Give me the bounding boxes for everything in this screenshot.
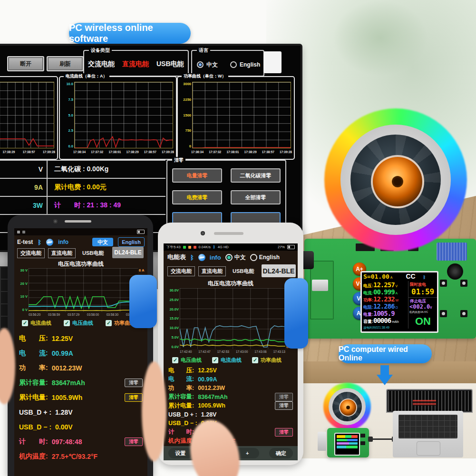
pc-tab-交流电能[interactable]: 交流电能 bbox=[88, 60, 115, 68]
checkbox-label: 电压曲线 bbox=[72, 320, 93, 327]
reset-button-全部清零[interactable]: 全部清零 bbox=[231, 190, 281, 204]
checkbox-功率曲线[interactable]: ✓功率曲线 bbox=[252, 357, 282, 364]
x-tick: 03:58:00 bbox=[87, 313, 99, 316]
pc-tab-USB电能[interactable]: USB电能 bbox=[156, 60, 184, 68]
info-link[interactable]: info bbox=[58, 239, 68, 245]
chart-title: 功率曲线（单位：W） bbox=[182, 73, 228, 79]
device-model-tab[interactable]: DL24-BLE bbox=[262, 264, 296, 277]
lcd-row-unit: A bbox=[396, 291, 398, 295]
laptop-screen bbox=[386, 389, 473, 413]
refresh-button[interactable]: 刷新 bbox=[47, 56, 84, 71]
x-axis-labels: 17:42:4017:42:4717:42:5317:43:0017:43:06… bbox=[180, 350, 285, 353]
checkbox-电压曲线[interactable]: ✓电压曲线 bbox=[64, 320, 93, 327]
internal-temp-small: 机内温度/26.5℃ bbox=[409, 311, 428, 314]
y-tick: 20 V bbox=[20, 282, 28, 286]
chinese-button[interactable]: 中文 bbox=[92, 238, 113, 246]
x-tick: 17:36:34 bbox=[73, 150, 86, 156]
info-link[interactable]: info bbox=[210, 254, 221, 261]
reset-buttons: 电量清零二氧化碳清零电费清零全部清零 bbox=[172, 168, 281, 228]
y-tick: 0.0 bbox=[68, 144, 73, 148]
reset-button-电量清零[interactable]: 电量清零 bbox=[172, 168, 222, 183]
x-tick: 17:38:01 bbox=[108, 150, 121, 156]
bluetooth-icon[interactable]: ᛒ bbox=[38, 239, 41, 246]
status-battery: 27% bbox=[278, 245, 285, 249]
nav-button-确定[interactable]: 确定 bbox=[269, 448, 293, 458]
tab-直流电能[interactable]: 直流电能 bbox=[198, 266, 226, 276]
lcd-row: 电阻:12.286Ω bbox=[362, 302, 408, 310]
lcd-row: 容量:00006mAh bbox=[362, 317, 408, 324]
reading-row: 功 率:0012.23W bbox=[168, 384, 294, 393]
plot-area bbox=[180, 288, 285, 349]
radio-chinese[interactable]: 中文 bbox=[225, 253, 246, 262]
stats-row: V二氧化碳 : 0.00Kg bbox=[0, 161, 165, 179]
x-tick: 17:42:53 bbox=[217, 350, 229, 353]
reset-button-电费清零[interactable]: 电费清零 bbox=[172, 190, 222, 204]
reading-label: 累计容量: bbox=[19, 379, 48, 387]
clear-button[interactable]: 清零 bbox=[125, 393, 143, 402]
clear-button[interactable]: 清零 bbox=[275, 393, 293, 401]
pc-tab-直流电能[interactable]: 直流电能 bbox=[122, 60, 149, 68]
globe-icon[interactable] bbox=[46, 239, 53, 246]
curve-checkboxes: ✓电流曲线✓电压曲线✓功率曲线 bbox=[22, 320, 135, 327]
status-net: 4G HD bbox=[218, 245, 229, 249]
hand-fingers bbox=[142, 361, 166, 461]
plot-area bbox=[29, 268, 138, 312]
globe-icon[interactable] bbox=[198, 254, 205, 261]
clear-button[interactable]: 清零 bbox=[275, 428, 293, 437]
radio-dot bbox=[250, 254, 257, 261]
tab-USB电能[interactable]: USB电能 bbox=[229, 266, 257, 276]
phone-left-screen: E-test ᛒ info 中文 English 交流电能直流电能USB电能 D… bbox=[14, 228, 147, 476]
laptop-keys[interactable] bbox=[398, 415, 457, 438]
disconnect-button[interactable]: 断开 bbox=[7, 56, 44, 71]
checkbox-电流曲线[interactable]: ✓电流曲线 bbox=[212, 357, 242, 364]
nav-button-设置[interactable]: 设置 bbox=[168, 448, 192, 458]
radio-dot bbox=[230, 61, 237, 68]
english-button[interactable]: English bbox=[118, 237, 145, 247]
reading-row: USB_D − :0.00V bbox=[19, 419, 144, 434]
y-axis-left: 30.0V25.0V20.0V15.0V10.0V5.0V0.0V bbox=[165, 288, 179, 349]
reset-button-二氧化碳清零[interactable]: 二氧化碳清零 bbox=[231, 168, 281, 183]
bluetooth-module bbox=[437, 243, 467, 261]
clear-button[interactable]: 清零 bbox=[125, 437, 143, 446]
y-tick: 20.0V bbox=[169, 307, 179, 311]
tab-交流电能[interactable]: 交流电能 bbox=[17, 248, 45, 258]
x-axis-labels: 0117:38:2917:38:5717:39:28 bbox=[0, 150, 55, 156]
tab-USB电能[interactable]: USB电能 bbox=[79, 248, 107, 258]
reading-label: 电 流: bbox=[168, 375, 194, 383]
clear-button[interactable]: 清零 bbox=[275, 401, 293, 410]
tact-button[interactable] bbox=[460, 280, 467, 287]
reading-value: 1005.9Wh bbox=[52, 394, 83, 401]
radio-english[interactable]: English bbox=[230, 61, 260, 68]
wireless-bubble-text: PC wireless online software bbox=[69, 22, 191, 44]
stats-partial-value: 9A bbox=[0, 179, 48, 196]
tab-交流电能[interactable]: 交流电能 bbox=[167, 266, 195, 276]
setup-button[interactable] bbox=[440, 280, 447, 287]
x-tick: 03:56:20 bbox=[29, 313, 40, 316]
y-tick: 0 V bbox=[22, 308, 28, 312]
lcd-row: 功率:12.232W bbox=[362, 295, 408, 302]
reading-row: 累计电量:1005.9Wh清零 bbox=[19, 390, 144, 405]
down-arrow-icon bbox=[377, 375, 393, 385]
tab-直流电能[interactable]: 直流电能 bbox=[48, 248, 76, 258]
reading-label: 累计电量: bbox=[168, 402, 194, 410]
laptop-screen-ui bbox=[388, 391, 471, 411]
radio-chinese[interactable]: 中文 bbox=[197, 61, 218, 69]
checkbox-电流曲线[interactable]: ✓电流曲线 bbox=[22, 320, 51, 327]
radio-english[interactable]: English bbox=[250, 254, 280, 261]
reading-row: USB_D + :1.28V bbox=[19, 405, 144, 419]
checkbox-icon: ✓ bbox=[252, 357, 258, 363]
lcd-row-label: 电阻: bbox=[363, 304, 373, 311]
reading-label: 功 率: bbox=[168, 384, 194, 392]
device-model-tab[interactable]: DL24-BLE bbox=[112, 247, 144, 258]
tact-button[interactable] bbox=[460, 310, 467, 317]
laptop-trackpad[interactable] bbox=[417, 441, 440, 456]
bluetooth-icon: ᛒ bbox=[423, 275, 426, 280]
radio-dot bbox=[225, 254, 233, 261]
clear-button[interactable]: 清零 bbox=[125, 379, 143, 387]
x-tick: 17:38:29 bbox=[126, 150, 139, 156]
start-button[interactable] bbox=[440, 310, 447, 317]
x-tick: 17:37:32 bbox=[91, 150, 103, 156]
reading-value: 83647mAh bbox=[52, 379, 85, 387]
checkbox-电压曲线[interactable]: ✓电压曲线 bbox=[172, 357, 202, 364]
bluetooth-icon[interactable]: ᛒ bbox=[190, 254, 194, 261]
